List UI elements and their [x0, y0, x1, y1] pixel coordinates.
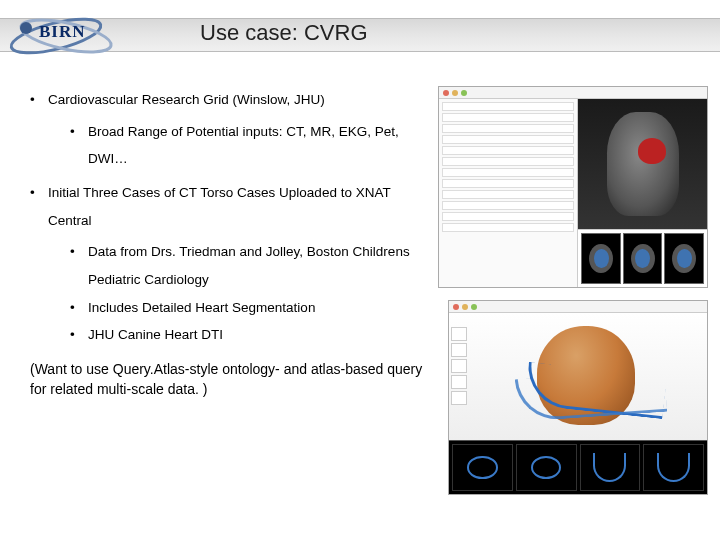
sub-bullet-item: Data from Drs. Triedman and Jolley, Bost… [70, 238, 425, 293]
close-icon [443, 90, 449, 96]
screenshot-heart-dti [448, 300, 708, 495]
bullet-item: Cardiovascular Research Grid (Winslow, J… [30, 86, 425, 173]
sub-bullet-text: Data from Drs. Triedman and Jolley, Bost… [88, 244, 410, 287]
slide-title: Use case: CVRG [200, 20, 368, 46]
heart-3d-render [449, 313, 707, 440]
content-body: Cardiovascular Research Grid (Winslow, J… [30, 86, 425, 400]
bullet-text: Cardiovascular Research Grid (Winslow, J… [48, 92, 325, 107]
close-icon [453, 304, 459, 310]
bullet-item: Initial Three Cases of CT Torso Cases Up… [30, 179, 425, 349]
window-titlebar [449, 301, 707, 313]
dti-slice [580, 444, 641, 491]
torso-3d-render [578, 99, 707, 229]
sub-bullet-item: Broad Range of Potential inputs: CT, MR,… [70, 118, 425, 173]
sub-bullet-text: Includes Detailed Heart Segmentation [88, 300, 315, 315]
dti-slice-strip [449, 440, 707, 494]
window-titlebar [439, 87, 707, 99]
ct-slice [664, 233, 704, 284]
dti-slice [452, 444, 513, 491]
footnote-text: (Want to use Query.Atlas-style ontology-… [30, 359, 425, 400]
minimize-icon [452, 90, 458, 96]
tool-palette [451, 327, 469, 407]
zoom-icon [471, 304, 477, 310]
ct-slice-strip [578, 229, 707, 287]
sub-bullet-item: Includes Detailed Heart Segmentation [70, 294, 425, 322]
sub-bullet-text: JHU Canine Heart DTI [88, 327, 223, 342]
zoom-icon [461, 90, 467, 96]
sub-bullet-text: Broad Range of Potential inputs: CT, MR,… [88, 124, 399, 167]
dti-slice [643, 444, 704, 491]
form-panel [439, 99, 578, 287]
sub-bullet-item: JHU Canine Heart DTI [70, 321, 425, 349]
screenshot-torso-viewer [438, 86, 708, 288]
minimize-icon [462, 304, 468, 310]
ct-slice [623, 233, 663, 284]
dti-slice [516, 444, 577, 491]
birn-logo-text: BIRN [39, 22, 86, 42]
bullet-text: Initial Three Cases of CT Torso Cases Up… [48, 185, 390, 228]
svg-point-2 [20, 22, 32, 34]
ct-slice [581, 233, 621, 284]
